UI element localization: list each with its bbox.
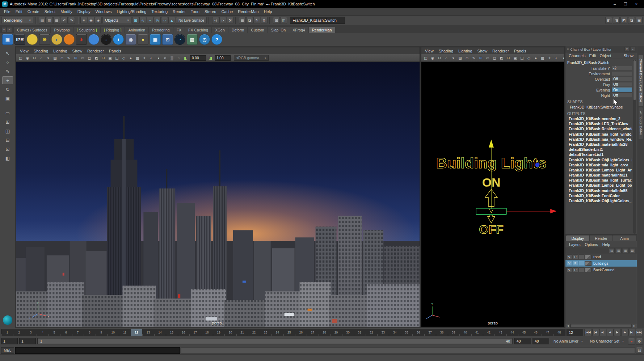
multisample-icon[interactable]: ▒ [169, 55, 175, 61]
layer-mode-toggle[interactable] [579, 261, 584, 266]
channel-name[interactable]: Day [567, 82, 612, 87]
shelf-tab[interactable]: Rigging [101, 27, 125, 33]
lights-icon[interactable]: ☀ [141, 55, 148, 61]
time-tick[interactable]: 6 [60, 329, 72, 336]
ipr-render-shelf-button[interactable]: IPR [14, 34, 25, 45]
menu-item[interactable]: Create [25, 9, 42, 14]
command-line-mode-button[interactable]: MEL [1, 347, 14, 354]
menu-item[interactable]: Display [75, 9, 93, 14]
step-back-frame-button[interactable]: |◀ [592, 329, 599, 336]
shelf-item-menu-button[interactable]: ▸ [7, 27, 12, 32]
animation-end-field[interactable]: 48 [533, 338, 549, 344]
menu-item[interactable]: Render [170, 9, 188, 14]
time-slider-track[interactable]: 1234567891011121314151617181920212223242… [1, 329, 565, 336]
blue-sphere-icon[interactable] [88, 34, 99, 45]
smooth-shade-icon[interactable]: ● [533, 55, 539, 61]
film-gate-icon[interactable]: ▭ [79, 55, 86, 61]
camera-attributes-icon[interactable]: ⌂ [443, 55, 450, 61]
new-scene-icon[interactable]: ▤ [39, 17, 46, 24]
field-chart-icon[interactable]: ⊡ [505, 55, 512, 61]
status-separator[interactable] [209, 17, 210, 24]
open-render-view-icon[interactable]: ▦ [239, 17, 246, 24]
select-by-component-icon[interactable]: ◈ [95, 17, 102, 24]
time-tick[interactable]: 26 [295, 329, 307, 336]
range-bar[interactable]: 1 48 [37, 338, 513, 344]
channel-name[interactable]: Environment [567, 72, 612, 76]
two-d-pan-zoom-icon[interactable]: ⊕ [464, 55, 470, 61]
yellow-sphere-icon[interactable] [27, 34, 38, 45]
smooth-shade-icon[interactable]: ● [127, 55, 134, 61]
bookmark-icon[interactable]: ▾ [450, 55, 456, 61]
channel-name[interactable]: Translate Y [567, 66, 612, 71]
paint-select-tool[interactable]: ✎ [2, 67, 13, 75]
status-separator[interactable] [77, 17, 79, 24]
animation-start-field[interactable]: 1 [1, 338, 18, 344]
menu-item[interactable]: RenderMan [235, 9, 261, 14]
channel-name[interactable]: Evening [567, 88, 612, 92]
time-tick[interactable]: 13 [142, 329, 154, 336]
bookmark-icon[interactable]: ▾ [45, 55, 51, 61]
safe-title-icon[interactable]: ◫ [114, 55, 120, 61]
time-tick[interactable]: 1 [1, 329, 13, 336]
output-node[interactable]: Frank3D_KitBash:materialInfo21 [567, 173, 632, 178]
humanik-icon[interactable]: ◨ [613, 17, 620, 24]
menu-item[interactable]: File [1, 9, 13, 14]
output-node[interactable]: Frank3D_KitBash:mia_light_area [567, 162, 632, 167]
layer-color-swatch[interactable] [585, 255, 592, 259]
shelf-tab[interactable]: Polygons [51, 27, 73, 33]
layer-name[interactable]: road [592, 255, 601, 259]
menu-item[interactable]: Toon [188, 9, 202, 14]
panel-menu-item[interactable]: Show [475, 49, 490, 53]
safe-action-icon[interactable]: ▣ [107, 55, 113, 61]
panel-menu-item[interactable]: Lighting [456, 49, 475, 53]
output-connections-icon[interactable]: ⊳ [219, 17, 226, 24]
persp-outliner-layout-button[interactable]: ◫ [2, 127, 13, 135]
lock-camera-icon[interactable]: ⊙ [436, 55, 443, 61]
panel-menu-item[interactable]: View [17, 49, 31, 53]
save-scene-icon[interactable]: ▦ [53, 17, 60, 24]
panel-close-icon[interactable]: × [630, 47, 635, 52]
output-node[interactable]: Frank3D_KitBash:mia_window_Re... [567, 137, 632, 142]
select-camera-icon[interactable]: ◉ [24, 55, 31, 61]
wireframe-icon[interactable]: ◇ [121, 55, 127, 61]
snap-to-curve-icon[interactable]: ∿ [139, 17, 146, 24]
channel-box-menu-item[interactable]: Show [622, 54, 635, 58]
live-surface-button[interactable]: No Live Surface [176, 17, 207, 24]
light-bulb-icon[interactable]: ● [138, 34, 148, 45]
colorspace-dropdown[interactable]: sRGB gamma [234, 55, 269, 61]
panel-menu-icon[interactable]: ▤ [17, 55, 24, 61]
channel-box-menu-item[interactable]: Object [598, 54, 613, 58]
time-tick[interactable]: 14 [154, 329, 166, 336]
channel-name[interactable]: Overcast [567, 77, 612, 81]
orange-sphere-icon[interactable] [64, 34, 75, 45]
motion-blur-icon[interactable]: ≈ [162, 55, 168, 61]
resolution-gate-icon[interactable]: ◻ [86, 55, 93, 61]
textured-icon[interactable]: ▩ [134, 55, 141, 61]
status-separator[interactable] [269, 17, 271, 24]
menu-item[interactable]: Cache [219, 9, 235, 14]
film-gate-icon[interactable]: ▭ [484, 55, 491, 61]
current-time-field[interactable]: 12 [567, 329, 583, 336]
four-pane-layout-button[interactable]: ⊞ [2, 118, 13, 126]
custom-layout-button[interactable]: ◧ [2, 154, 13, 162]
red-burst-icon[interactable]: ✶ [76, 34, 87, 45]
snap-to-point-icon[interactable]: • [147, 17, 153, 24]
shadows-icon[interactable]: ◐ [553, 55, 560, 61]
panel-menu-item[interactable]: Shading [436, 49, 456, 53]
modeling-toolkit-icon[interactable]: ◧ [605, 17, 612, 24]
render-current-frame-icon[interactable]: ◪ [246, 17, 253, 24]
layer-editor-tab[interactable]: Render [590, 235, 613, 241]
layer-row[interactable]: V P road [565, 254, 637, 260]
time-tick[interactable]: 35 [401, 329, 412, 336]
redo-icon[interactable]: ↷ [68, 17, 75, 24]
layer-options-icon[interactable]: ▥ [616, 248, 622, 253]
layer-editor-menu-item[interactable]: Help [600, 242, 613, 247]
time-tick[interactable]: 8 [84, 329, 95, 336]
visor-eye-icon[interactable]: ◉ [125, 34, 136, 45]
panel-drag-handle[interactable]: ≡ [567, 47, 569, 51]
step-forward-key-button[interactable]: ·▶ [621, 329, 628, 336]
channel-value-field[interactable]: Off [612, 77, 632, 81]
status-separator[interactable] [35, 17, 37, 24]
output-node[interactable]: Frank3D_KitBash:mia_light_windo... [567, 132, 632, 137]
shelf-tab[interactable]: XFrog4 [289, 27, 308, 33]
